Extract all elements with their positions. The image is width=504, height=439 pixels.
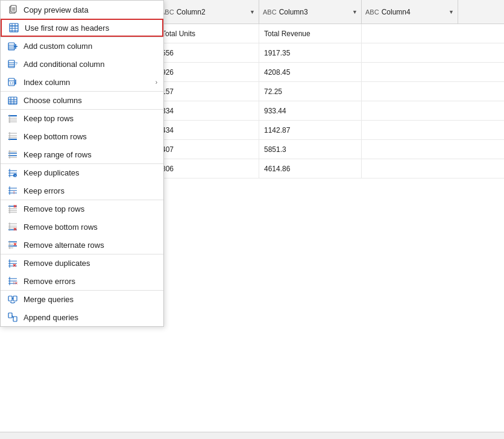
menu-item-remove-errors[interactable]: !✕ Remove errors <box>1 272 163 290</box>
col4-dropdown-icon[interactable]: ▼ <box>449 9 454 15</box>
remove-alt-icon <box>7 239 19 251</box>
menu-item-keep-bottom-rows[interactable]: Keep bottom rows <box>1 127 163 145</box>
dropdown-menu: Copy preview data Use first row as heade… <box>0 0 164 327</box>
menu-label-merge-queries: Merge queries <box>24 295 157 304</box>
menu-label-keep-errors: Keep errors <box>24 186 157 195</box>
table-cell: 4208.45 <box>259 63 362 81</box>
keep-range-icon <box>7 148 19 160</box>
table-cell: 806 <box>157 159 259 178</box>
menu-item-remove-duplicates[interactable]: Remove duplicates <box>1 254 163 272</box>
menu-item-copy-preview[interactable]: Copy preview data <box>1 1 163 19</box>
conditional-col-icon: ? <box>7 58 19 70</box>
menu-label-add-custom-col: Add custom column <box>24 42 157 51</box>
table-cell: 556 <box>157 43 259 62</box>
table-cell: 1917.35 <box>259 43 362 62</box>
choose-cols-icon <box>7 95 19 107</box>
keep-err-icon: ! <box>7 185 19 197</box>
menu-item-index-column[interactable]: 123 Index column› <box>1 73 163 91</box>
col2-header[interactable]: ABC Column2 ▼ <box>157 0 259 24</box>
remove-top-icon <box>7 203 19 215</box>
svg-text:!: ! <box>13 190 14 195</box>
index-col-icon: 123 <box>7 76 19 88</box>
remove-dup-icon <box>7 257 19 270</box>
table-cell: 4614.86 <box>259 159 362 178</box>
copy-icon <box>7 4 19 16</box>
table-cell: 926 <box>157 63 259 81</box>
menu-label-index-column: Index column <box>24 78 156 87</box>
menu-label-append-queries: Append queries <box>24 313 157 322</box>
table-cell: 72.25 <box>259 82 362 101</box>
svg-text:!✕: !✕ <box>13 281 17 285</box>
col3-label: Column3 <box>279 8 350 16</box>
menu-item-add-custom-col[interactable]: Add custom column <box>1 37 163 55</box>
merge-icon <box>7 294 19 306</box>
menu-item-remove-bottom-rows[interactable]: Remove bottom rows <box>1 218 163 236</box>
menu-label-keep-duplicates: Keep duplicates <box>24 168 157 177</box>
table-icon <box>8 22 20 34</box>
menu-label-remove-alternate-rows: Remove alternate rows <box>24 241 157 250</box>
svg-text:?: ? <box>15 62 17 66</box>
svg-rect-99 <box>8 313 12 318</box>
menu-label-add-conditional-col: Add conditional column <box>24 60 157 69</box>
menu-item-add-conditional-col[interactable]: ? Add conditional column <box>1 55 163 73</box>
menu-label-keep-top-rows: Keep top rows <box>24 114 157 123</box>
custom-col-icon <box>7 40 19 52</box>
svg-rect-96 <box>8 296 12 301</box>
col2-label: Column2 <box>177 8 247 16</box>
menu-label-keep-bottom-rows: Keep bottom rows <box>24 132 157 141</box>
menu-label-remove-bottom-rows: Remove bottom rows <box>24 223 157 232</box>
table-cell: 933.44 <box>259 101 362 120</box>
menu-item-keep-errors[interactable]: ! Keep errors <box>1 182 163 200</box>
col2-dropdown-icon[interactable]: ▼ <box>250 9 255 15</box>
menu-label-choose-columns: Choose columns <box>24 96 157 105</box>
remove-err-icon: !✕ <box>7 275 19 287</box>
keep-bottom-icon <box>7 130 19 142</box>
col3-type-icon: ABC <box>263 8 277 16</box>
menu-item-choose-columns[interactable]: Choose columns <box>1 91 163 109</box>
svg-rect-97 <box>13 296 17 301</box>
table-cell: Total Units <box>157 24 259 43</box>
table-cell: 434 <box>157 121 259 139</box>
menu-item-merge-queries[interactable]: Merge queries <box>1 290 163 308</box>
table-cell: 407 <box>157 140 259 159</box>
svg-text:123: 123 <box>10 81 16 85</box>
keep-dup-icon: 2x <box>7 167 19 179</box>
table-cell: 157 <box>157 82 259 101</box>
menu-item-keep-range-rows[interactable]: Keep range of rows <box>1 145 163 163</box>
svg-text:2x: 2x <box>14 174 18 177</box>
menu-label-copy-preview: Copy preview data <box>24 5 157 14</box>
menu-label-keep-range-rows: Keep range of rows <box>24 150 157 159</box>
menu-item-append-queries[interactable]: Append queries <box>1 308 163 326</box>
keep-top-icon <box>7 113 19 125</box>
append-icon <box>7 311 19 323</box>
menu-item-use-first-row[interactable]: Use first row as headers <box>1 19 163 37</box>
svg-rect-100 <box>13 317 17 321</box>
menu-label-remove-errors: Remove errors <box>24 277 157 286</box>
menu-item-remove-top-rows[interactable]: Remove top rows <box>1 200 163 218</box>
col4-header[interactable]: ABC Column4 ▼ <box>362 0 458 24</box>
table-cell: 5851.3 <box>259 140 362 159</box>
col4-label: Column4 <box>382 8 446 16</box>
horizontal-scrollbar[interactable] <box>0 432 504 439</box>
menu-item-keep-top-rows[interactable]: Keep top rows <box>1 109 163 127</box>
submenu-arrow-icon: › <box>156 79 157 86</box>
table-cell: 1142.87 <box>259 121 362 139</box>
menu-label-remove-top-rows: Remove top rows <box>24 204 157 213</box>
menu-label-use-first-row: Use first row as headers <box>25 24 156 33</box>
remove-bottom-icon <box>7 221 19 233</box>
col3-dropdown-icon[interactable]: ▼ <box>352 9 358 15</box>
menu-label-remove-duplicates: Remove duplicates <box>24 259 157 268</box>
menu-item-remove-alternate-rows[interactable]: Remove alternate rows <box>1 236 163 254</box>
col3-header[interactable]: ABC Column3 ▼ <box>259 0 362 24</box>
table-cell: Total Revenue <box>259 24 362 43</box>
table-cell: 334 <box>157 101 259 120</box>
menu-item-keep-duplicates[interactable]: 2x Keep duplicates <box>1 163 163 182</box>
col4-type-icon: ABC <box>365 8 379 16</box>
